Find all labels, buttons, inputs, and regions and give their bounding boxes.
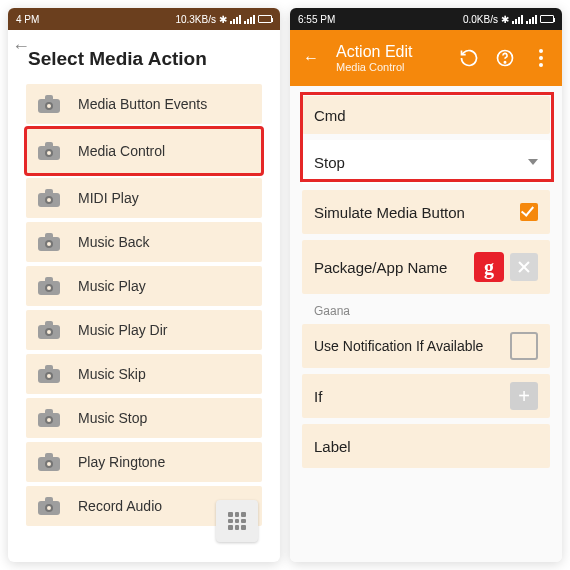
list-item-label: Media Control bbox=[78, 143, 165, 159]
list-item[interactable]: MIDI Play bbox=[26, 178, 262, 218]
battery-icon bbox=[258, 15, 272, 23]
signal-icon bbox=[526, 15, 537, 24]
signal-icon bbox=[244, 15, 255, 24]
list-item-label: Media Button Events bbox=[78, 96, 207, 112]
cmd-label: Cmd bbox=[314, 107, 346, 124]
camera-icon bbox=[38, 409, 60, 427]
list-item-label: Record Audio bbox=[78, 498, 162, 514]
action-list: Media Button Events Media Control MIDI P… bbox=[8, 84, 280, 562]
status-net: 0.0KB/s bbox=[463, 14, 498, 25]
list-item-selected[interactable]: Media Control bbox=[26, 128, 262, 174]
camera-icon bbox=[38, 497, 60, 515]
package-row[interactable]: Package/App Name g bbox=[302, 240, 550, 294]
list-item[interactable]: Music Skip bbox=[26, 354, 262, 394]
list-item[interactable]: Music Play bbox=[26, 266, 262, 306]
checkbox-unchecked-icon[interactable] bbox=[510, 332, 538, 360]
phone-right: 6:55 PM 0.0KB/s ✱ ← Action Edit Media Co… bbox=[290, 8, 562, 562]
camera-icon bbox=[38, 233, 60, 251]
camera-icon bbox=[38, 321, 60, 339]
list-item-label: MIDI Play bbox=[78, 190, 139, 206]
form: Cmd Stop Simulate Media Button Package/A… bbox=[290, 86, 562, 562]
checkbox-checked-icon[interactable] bbox=[520, 203, 538, 221]
list-item[interactable]: Play Ringtone bbox=[26, 442, 262, 482]
svg-point-1 bbox=[504, 62, 505, 63]
camera-icon bbox=[38, 95, 60, 113]
label-label: Label bbox=[314, 438, 351, 455]
clear-button[interactable] bbox=[510, 253, 538, 281]
appbar-subtitle: Media Control bbox=[336, 61, 444, 73]
appbar-title: Action Edit bbox=[336, 43, 444, 61]
simulate-row[interactable]: Simulate Media Button bbox=[302, 190, 550, 234]
list-item-label: Play Ringtone bbox=[78, 454, 165, 470]
overflow-icon[interactable] bbox=[530, 47, 552, 69]
list-item[interactable]: Music Play Dir bbox=[26, 310, 262, 350]
list-item[interactable]: Music Back bbox=[26, 222, 262, 262]
package-label: Package/App Name bbox=[314, 259, 447, 276]
statusbar: 4 PM 10.3KB/s ✱ bbox=[8, 8, 280, 30]
app-badge: g bbox=[474, 252, 504, 282]
help-icon[interactable] bbox=[494, 47, 516, 69]
label-row[interactable]: Label bbox=[302, 424, 550, 468]
camera-icon bbox=[38, 189, 60, 207]
appbar: ← Action Edit Media Control bbox=[290, 30, 562, 86]
statusbar: 6:55 PM 0.0KB/s ✱ bbox=[290, 8, 562, 30]
back-icon[interactable]: ← bbox=[300, 47, 322, 69]
simulate-label: Simulate Media Button bbox=[314, 204, 465, 221]
status-time: 6:55 PM bbox=[298, 14, 335, 25]
cmd-dropdown[interactable]: Stop bbox=[302, 140, 550, 184]
list-item-label: Music Play Dir bbox=[78, 322, 167, 338]
cmd-value: Stop bbox=[314, 154, 345, 171]
list-item[interactable]: Music Stop bbox=[26, 398, 262, 438]
back-icon[interactable]: ← bbox=[12, 36, 30, 57]
camera-icon bbox=[38, 142, 60, 160]
list-item[interactable]: Media Button Events bbox=[26, 84, 262, 124]
notification-label: Use Notification If Available bbox=[314, 338, 483, 354]
camera-icon bbox=[38, 453, 60, 471]
notification-row[interactable]: Use Notification If Available bbox=[302, 324, 550, 368]
list-item-label: Music Skip bbox=[78, 366, 146, 382]
page-header: Select Media Action bbox=[8, 30, 280, 84]
signal-icon bbox=[230, 15, 241, 24]
if-row[interactable]: If + bbox=[302, 374, 550, 418]
grid-icon bbox=[228, 512, 246, 530]
chevron-down-icon bbox=[528, 159, 538, 165]
list-item-label: Music Stop bbox=[78, 410, 147, 426]
battery-icon bbox=[540, 15, 554, 23]
status-net: 10.3KB/s bbox=[175, 14, 216, 25]
page-title: Select Media Action bbox=[28, 48, 260, 70]
package-value: Gaana bbox=[302, 300, 550, 318]
signal-icon bbox=[512, 15, 523, 24]
grid-fab-button[interactable] bbox=[216, 500, 258, 542]
undo-icon[interactable] bbox=[458, 47, 480, 69]
list-item-label: Music Back bbox=[78, 234, 150, 250]
cmd-label-row: Cmd bbox=[302, 96, 550, 134]
list-item-label: Music Play bbox=[78, 278, 146, 294]
status-time: 4 PM bbox=[16, 14, 39, 25]
camera-icon bbox=[38, 277, 60, 295]
close-icon bbox=[517, 260, 531, 274]
if-label: If bbox=[314, 388, 322, 405]
camera-icon bbox=[38, 365, 60, 383]
phone-left: 4 PM 10.3KB/s ✱ ← Select Media Action Me… bbox=[8, 8, 280, 562]
plus-icon[interactable]: + bbox=[510, 382, 538, 410]
